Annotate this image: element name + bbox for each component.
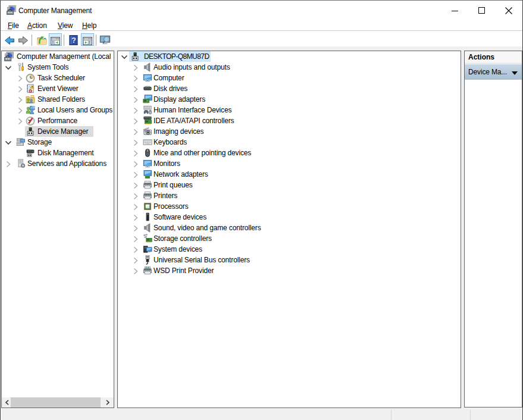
svg-text:?: ? (71, 36, 76, 45)
